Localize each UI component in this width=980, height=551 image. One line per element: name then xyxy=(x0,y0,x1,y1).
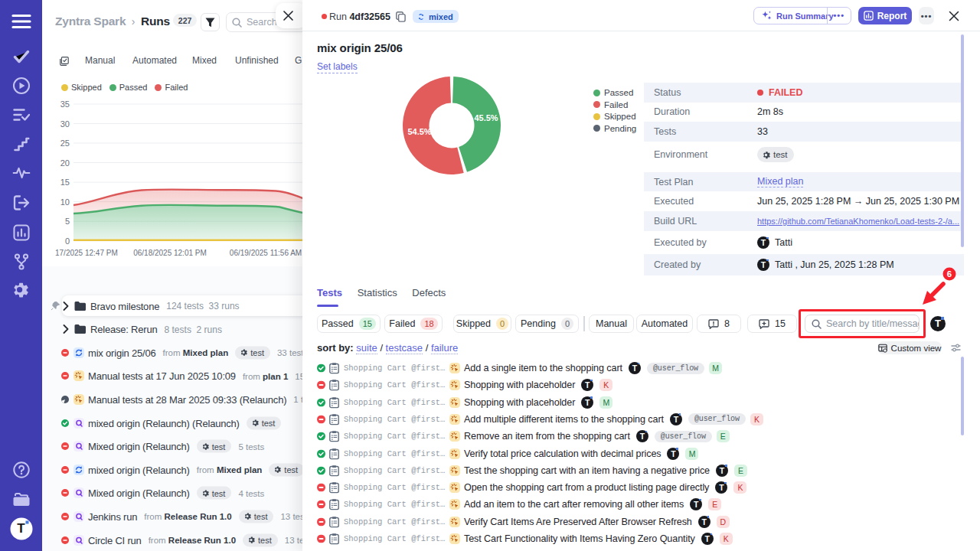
svg-text:54.5%: 54.5% xyxy=(407,127,431,136)
svg-text:30: 30 xyxy=(60,119,70,129)
svg-text:35: 35 xyxy=(60,99,70,109)
svg-text:10: 10 xyxy=(60,197,70,207)
svg-text:06/19/2025 11:56 AM: 06/19/2025 11:56 AM xyxy=(230,249,302,257)
svg-text:45.5%: 45.5% xyxy=(474,113,498,122)
svg-text:6: 6 xyxy=(947,269,952,279)
svg-text:0: 0 xyxy=(65,236,70,246)
svg-text:06/18/2025 12:01 PM: 06/18/2025 12:01 PM xyxy=(133,249,207,257)
svg-text:15: 15 xyxy=(60,178,70,187)
svg-text:25: 25 xyxy=(60,139,70,148)
svg-text:20: 20 xyxy=(60,158,70,168)
svg-text:5: 5 xyxy=(65,217,70,226)
svg-text:17/2025 12:47 PM: 17/2025 12:47 PM xyxy=(55,249,118,257)
